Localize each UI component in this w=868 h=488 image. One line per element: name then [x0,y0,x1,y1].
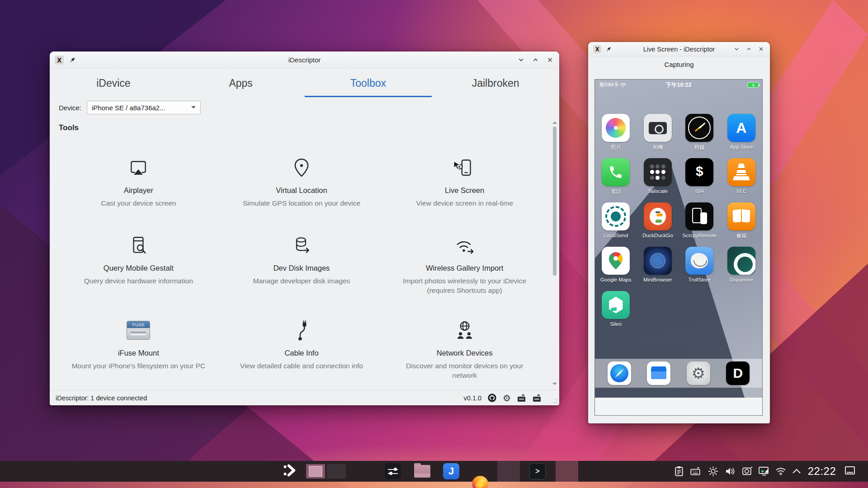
cast-display-icon[interactable] [758,466,770,476]
tool-wireless-gallery-import[interactable]: Wireless Gallery Import Import photos wi… [383,227,546,312]
tab-apps[interactable]: Apps [177,69,305,98]
brightness-icon[interactable] [708,466,718,477]
tool-virtual-location[interactable]: Virtual Location Simulate GPS location o… [220,149,383,227]
fuse-drive-icon: FUSE [57,317,220,343]
phone-app-icon[interactable] [602,158,630,186]
sileo-app-icon[interactable] [602,291,630,319]
terminal-icon[interactable]: > [529,463,546,479]
scrollbar[interactable] [552,119,558,387]
iphone-screen[interactable]: 無SIM卡 下午10:22 照片 相機 時鐘 AApp Store 電話 Tai… [595,80,762,398]
dopamine-app-icon[interactable] [727,247,755,275]
tool-live-screen[interactable]: Live Screen View device screen in real-t… [383,149,546,227]
app-dopamine[interactable]: Dopamine [721,247,763,283]
volume-icon[interactable] [725,466,736,476]
app-google-maps[interactable]: Google Maps [595,247,637,283]
tray-expander-chevron-up-icon[interactable] [792,468,802,475]
tool-network-devices[interactable]: Network Devices Discover and monitor dev… [383,312,546,389]
app-camera[interactable]: 相機 [637,114,679,150]
chevron-down-icon [191,106,196,111]
cable-icon [220,317,383,343]
d-app-icon[interactable]: D [726,361,750,385]
safari-icon[interactable] [608,361,631,385]
disk-mount-icon[interactable] [517,394,526,402]
app-launcher-icon[interactable] [283,464,297,479]
app-ish[interactable]: $iSH [679,158,721,194]
scroll-down-icon[interactable] [552,383,557,387]
minimize-button[interactable] [733,46,740,52]
live-screen-window: X Live Screen - iDescriptor Capturing 無S… [588,42,770,423]
active-task-highlight [556,461,578,482]
books-app-icon[interactable] [727,202,755,230]
tool-query-mobile-gestalt[interactable]: Query Mobile Gestalt Query device hardwa… [57,227,220,312]
resize-grip[interactable] [553,399,557,404]
gear-icon[interactable]: ⚙ [503,394,511,403]
firefox-icon[interactable] [472,476,488,488]
app-localsend[interactable]: LocalSend [595,202,637,239]
app-phone[interactable]: 電話 [595,158,637,194]
app-scrcpyremote[interactable]: ScrcpyRemote [679,202,721,239]
tab-idevice[interactable]: iDevice [50,69,177,98]
idescriptor-window: X iDescriptor iDevice Apps Toolbox Jailb… [50,52,559,405]
sliders-settings-icon[interactable] [385,463,401,479]
google-maps-app-icon[interactable] [602,247,630,275]
taskbar-clock[interactable]: 22:22 [807,465,836,478]
minibrowser-app-icon[interactable] [644,247,672,275]
tool-dev-disk-images[interactable]: Dev Disk Images Manage developer disk im… [220,227,383,312]
camera-app-icon[interactable] [644,114,672,142]
scroll-up-icon[interactable] [552,119,557,124]
photos-app-icon[interactable] [602,114,630,142]
github-icon[interactable] [487,393,497,403]
ish-app-icon[interactable]: $ [685,158,713,186]
device-select[interactable]: iPhone SE / a8a736a2... [87,101,201,114]
screen-capture-icon[interactable] [742,467,753,476]
wifi-tray-icon[interactable] [775,467,786,476]
desktop-1-thumbnail[interactable] [306,464,325,479]
appstore-app-icon[interactable]: A [727,114,755,142]
close-button[interactable] [546,56,554,64]
app-duckduckgo[interactable]: DuckDuckGo [637,202,679,239]
virtual-desktop-pager[interactable] [306,464,346,479]
tab-toolbox[interactable]: Toolbox [305,69,432,98]
close-button[interactable] [758,46,764,52]
settings-icon[interactable]: ⚙ [687,361,710,385]
phone-eye-icon [383,155,546,181]
app-books[interactable]: 書籍 [721,202,763,239]
app-vlc[interactable]: VLC [721,158,763,194]
app-appstore[interactable]: AApp Store [721,114,763,150]
trollstore-app-icon[interactable] [685,247,713,275]
j-app-icon[interactable]: J [443,463,459,479]
keyboard-icon[interactable] [690,466,701,476]
tool-cable-info[interactable]: Cable Info View detailed cable and conne… [220,312,383,389]
tools-grid: Airplayer Cast your device screen Virtua… [57,149,546,389]
duckduckgo-app-icon[interactable] [644,202,672,230]
tool-ifuse-mount[interactable]: FUSE iFuse Mount Mount your iPhone's fil… [57,312,220,389]
vlc-app-icon[interactable] [727,158,755,186]
clipboard-icon[interactable] [674,466,684,477]
scrcpyremote-app-icon[interactable] [685,202,713,230]
maximize-button[interactable] [532,56,539,64]
titlebar[interactable]: X Live Screen - iDescriptor [588,42,770,56]
app-clock[interactable]: 時鐘 [679,114,721,150]
maximize-button[interactable] [745,46,752,52]
version-label: v0.1.0 [464,394,482,402]
tailscale-app-icon[interactable] [644,158,672,186]
file-manager-icon[interactable] [414,465,430,478]
scrollbar-thumb[interactable] [553,127,557,276]
app-sileo[interactable]: Sileo [595,291,637,327]
app-minibrowser[interactable]: MiniBrowser [637,247,679,283]
show-desktop-button[interactable] [844,466,855,477]
tab-jailbroken[interactable]: Jailbroken [432,69,559,98]
clock-app-icon[interactable] [685,114,713,142]
localsend-app-icon[interactable] [602,202,630,230]
minimize-button[interactable] [517,56,525,64]
tool-airplayer[interactable]: Airplayer Cast your device screen [57,149,220,227]
files-icon[interactable] [647,361,670,385]
app-tailscale[interactable]: Tailscale [637,158,679,194]
titlebar[interactable]: X iDescriptor [50,52,559,69]
iphone-dock: ⚙ D [595,359,762,388]
app-trollstore[interactable]: TrollStore [679,247,721,283]
disk-mount-icon[interactable] [532,394,542,402]
app-photos[interactable]: 照片 [595,114,637,150]
iphone-status-bar: 無SIM卡 下午10:22 [595,81,762,89]
desktop-2-thumbnail[interactable] [327,464,346,479]
